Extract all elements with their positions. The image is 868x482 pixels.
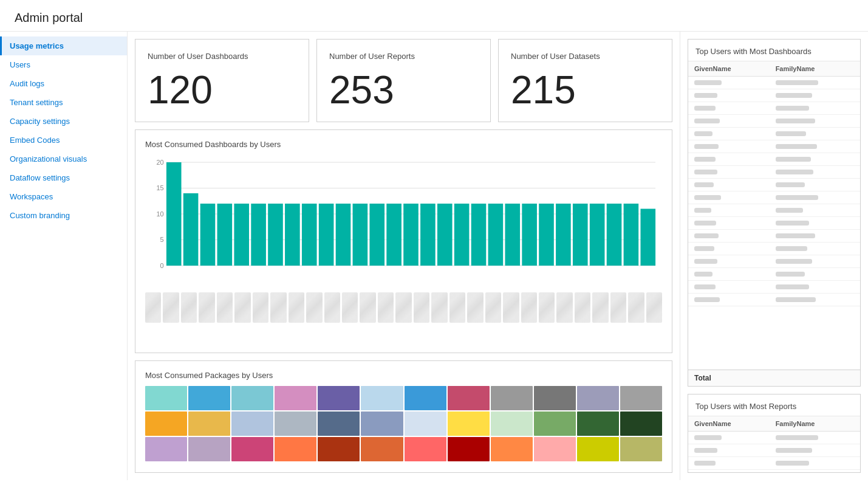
table-row <box>688 89 860 102</box>
svg-rect-28 <box>471 204 487 266</box>
x-label-item <box>306 292 322 323</box>
sidebar-item-workspaces[interactable]: Workspaces <box>0 187 127 206</box>
svg-rect-35 <box>590 204 605 266</box>
x-labels-area <box>145 292 662 329</box>
x-label-item <box>646 292 662 323</box>
table-row <box>688 191 860 204</box>
center-panel: Number of User Dashboards120Number of Us… <box>128 32 680 480</box>
table-row <box>688 255 860 268</box>
table-row <box>688 432 860 444</box>
table-cell <box>688 166 770 179</box>
sidebar: Usage metricsUsersAudit logsTenant setti… <box>0 32 128 480</box>
blurred-name <box>776 80 818 85</box>
blurred-name <box>776 246 807 251</box>
treemap-cell <box>145 411 187 436</box>
stat-card-1: Number of User Reports253 <box>316 39 491 122</box>
top-users-dashboards-table: GivenName FamilyName <box>688 61 860 306</box>
sidebar-item-custom-branding[interactable]: Custom branding <box>0 206 127 225</box>
col-given-name-1: GivenName <box>688 61 770 77</box>
main-content: Number of User Dashboards120Number of Us… <box>128 32 868 480</box>
table-row <box>688 444 860 457</box>
table-row <box>688 230 860 243</box>
svg-rect-17 <box>285 204 300 266</box>
blurred-name <box>776 93 812 98</box>
sidebar-item-usage-metrics[interactable]: Usage metrics <box>0 36 127 55</box>
blurred-name <box>694 208 711 213</box>
sidebar-item-users[interactable]: Users <box>0 55 127 74</box>
svg-rect-25 <box>420 204 436 266</box>
treemap-cell <box>577 411 619 436</box>
x-label-item <box>539 292 555 323</box>
blurred-name <box>776 170 813 174</box>
svg-rect-23 <box>386 204 402 266</box>
table-cell <box>688 179 770 191</box>
table-cell <box>770 179 860 191</box>
sidebar-item-capacity-settings[interactable]: Capacity settings <box>0 112 127 131</box>
sidebar-item-audit-logs[interactable]: Audit logs <box>0 74 127 93</box>
app-title: Admin portal <box>0 0 868 32</box>
blurred-name <box>694 93 717 98</box>
x-label-item <box>342 292 358 323</box>
x-label-item <box>217 292 233 323</box>
blurred-name <box>776 106 809 111</box>
treemap-cell <box>620 411 662 436</box>
treemap-cell <box>318 411 360 436</box>
table-cell <box>688 191 770 204</box>
table-cell <box>770 432 860 444</box>
table-row <box>688 179 860 191</box>
blurred-name <box>694 435 722 440</box>
blurred-name <box>694 195 721 200</box>
blurred-name <box>776 272 805 277</box>
table-row <box>688 140 860 153</box>
x-label-item <box>181 292 197 323</box>
table-row <box>688 77 860 89</box>
treemap-cell <box>577 437 619 461</box>
treemap-cell <box>275 437 316 461</box>
sidebar-item-tenant-settings[interactable]: Tenant settings <box>0 93 127 112</box>
stat-label-2: Number of User Datasets <box>511 52 660 61</box>
top-users-dashboards-card: Top Users with Most Dashboards GivenName… <box>688 39 861 387</box>
blurred-name <box>776 119 815 123</box>
blurred-name <box>694 272 713 277</box>
blurred-name <box>776 208 803 213</box>
table-cell <box>770 243 860 255</box>
x-label-item <box>610 292 626 323</box>
table-row <box>688 204 860 217</box>
sidebar-item-organizational-visuals[interactable]: Organizational visuals <box>0 150 127 168</box>
table-cell <box>688 268 770 281</box>
svg-rect-20 <box>336 204 351 266</box>
svg-rect-37 <box>624 204 639 266</box>
svg-rect-34 <box>573 204 588 266</box>
blurred-name <box>694 246 714 251</box>
svg-rect-13 <box>217 204 233 266</box>
svg-rect-21 <box>353 204 368 266</box>
treemap-cell <box>491 411 533 436</box>
blurred-name <box>776 221 809 226</box>
treemap-cell <box>577 386 619 410</box>
stat-value-0: 120 <box>148 71 296 109</box>
stat-label-1: Number of User Reports <box>329 52 478 61</box>
blurred-name <box>776 131 806 136</box>
table-cell <box>688 255 770 268</box>
stat-card-0: Number of User Dashboards120 <box>135 39 309 122</box>
blurred-name <box>776 144 817 149</box>
svg-text:5: 5 <box>160 237 163 244</box>
x-label-item <box>414 292 429 323</box>
table-cell <box>688 89 770 102</box>
svg-rect-16 <box>268 204 283 266</box>
users-total-row: Total <box>688 370 860 386</box>
sidebar-item-dataflow-settings[interactable]: Dataflow settings <box>0 168 127 187</box>
blurred-name <box>776 259 812 264</box>
treemap-cell <box>448 437 490 461</box>
table-cell <box>770 140 860 153</box>
blurred-name <box>776 461 809 466</box>
treemap-cell <box>231 437 273 461</box>
table-cell <box>770 191 860 204</box>
blurred-name <box>776 157 811 162</box>
dashboards-chart-section: Most Consumed Dashboards by Users 201510… <box>135 129 672 353</box>
blurred-name <box>694 297 720 302</box>
sidebar-item-embed-codes[interactable]: Embed Codes <box>0 131 127 150</box>
table-row <box>688 457 860 470</box>
top-users-reports-title: Top Users with Most Reports <box>688 394 860 416</box>
treemap-cell <box>620 386 662 410</box>
